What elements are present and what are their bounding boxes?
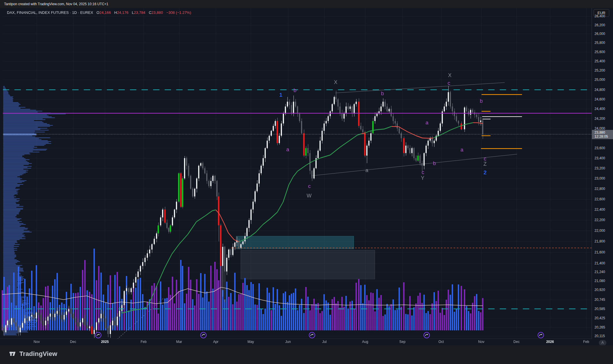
- bar-countdown: 12:28:05: [595, 135, 613, 139]
- open-label: O: [96, 10, 99, 15]
- time-axis-label: Nov: [478, 340, 484, 344]
- wave-label-c[interactable]: c: [448, 80, 450, 86]
- price-axis-label: 25,800: [595, 41, 605, 45]
- open-value: 24,166: [99, 10, 111, 15]
- contract-rollover-icon[interactable]: [200, 332, 207, 338]
- price-axis-label: 22,400: [595, 208, 605, 212]
- wave-label-a[interactable]: a: [460, 147, 463, 153]
- wave-label-a[interactable]: a: [426, 120, 428, 126]
- price-axis[interactable]: EUR 26,40026,20026,00025,80025,60025,400…: [592, 8, 613, 339]
- wave-label-c[interactable]: c: [308, 183, 311, 189]
- attribution-text: Tantipon created with TradingView.com, N…: [4, 2, 108, 6]
- time-axis-label: May: [248, 340, 254, 344]
- time-axis-label: Apr: [213, 340, 219, 344]
- price-axis-label: 23,200: [595, 166, 605, 170]
- time-axis-label: 2026: [546, 340, 554, 344]
- price-axis-label: 21,800: [595, 239, 605, 243]
- price-axis-label: 20,115: [595, 334, 605, 338]
- wave-label-b[interactable]: b: [433, 160, 436, 167]
- high-label: H: [114, 10, 117, 15]
- time-axis-label: Feb: [583, 340, 589, 344]
- contract-rollover-icon[interactable]: [423, 332, 430, 338]
- high-value: 24,176: [117, 10, 129, 15]
- price-axis-label: 26,200: [595, 23, 605, 27]
- price-axis-label: 20,265: [595, 325, 605, 329]
- price-axis-label: 21,600: [595, 250, 605, 254]
- wave-label-a[interactable]: a: [365, 167, 368, 173]
- tradingview-window: Tantipon created with TradingView.com, N…: [0, 0, 613, 364]
- wave-label-1[interactable]: 1: [279, 92, 283, 98]
- wave-label-b[interactable]: b: [480, 98, 483, 104]
- wave-label-c[interactable]: c: [422, 169, 424, 176]
- price-axis-label: 24,200: [595, 117, 605, 121]
- price-axis-label: 22,200: [595, 218, 605, 222]
- price-axis-label: 23,400: [595, 156, 605, 160]
- contract-rollover-icon[interactable]: [309, 332, 315, 338]
- low-label: L: [132, 10, 134, 15]
- time-axis-label: Dec: [513, 340, 519, 344]
- wave-label-X[interactable]: X: [448, 72, 452, 79]
- wave-label-W[interactable]: W: [307, 193, 312, 199]
- price-axis-label: 21,400: [595, 261, 605, 265]
- exchange-label: EUREX: [80, 10, 93, 15]
- low-value: 23,784: [134, 10, 146, 15]
- change-value: −308 (−1.27%): [166, 10, 191, 15]
- price-axis-label: 23,000: [595, 176, 605, 180]
- time-axis[interactable]: NovDec2025FebMarAprMayJunJulAugSepOctNov…: [0, 339, 592, 346]
- price-axis-label: 26,000: [595, 32, 605, 36]
- price-axis-label: 24,400: [595, 107, 605, 111]
- price-axis-label: 21,080: [595, 279, 605, 283]
- time-axis-label: 2025: [101, 340, 109, 344]
- contract-rollover-icon[interactable]: [95, 332, 101, 338]
- price-axis-label: 25,000: [595, 78, 605, 82]
- current-price-badge: 23,880 12:28:05: [592, 130, 613, 139]
- auto-scale-button[interactable]: A: [599, 340, 606, 346]
- time-axis-label: Aug: [362, 340, 368, 344]
- price-axis-label: 20,425: [595, 316, 605, 320]
- price-axis-label: 21,240: [595, 270, 605, 274]
- current-price: 23,880: [595, 130, 613, 135]
- price-axis-label: 24,600: [595, 97, 605, 101]
- price-axis-label: 26,400: [595, 14, 605, 18]
- close-value: 23,880: [151, 10, 163, 15]
- price-axis-label: 22,800: [595, 187, 605, 191]
- price-axis-label: 25,400: [595, 59, 605, 63]
- wave-label-X[interactable]: X: [334, 79, 337, 85]
- chart-area[interactable]: DAX, FINANCIAL, INDEX FUTURES · 1D · EUR…: [0, 8, 613, 345]
- time-axis-label: Sep: [399, 340, 405, 344]
- price-axis-label: 20,745: [595, 298, 605, 302]
- time-axis-label: Mar: [176, 340, 182, 344]
- wave-label-Z[interactable]: Z: [484, 161, 487, 167]
- price-axis-label: 25,600: [595, 50, 605, 54]
- wave-label-b[interactable]: b: [294, 87, 296, 94]
- price-axis-label: 23,600: [595, 146, 605, 150]
- time-axis-label: Jun: [285, 340, 291, 344]
- interval-label[interactable]: 1D: [72, 10, 77, 15]
- wave-label-a[interactable]: a: [286, 147, 289, 153]
- price-axis-label: 24,800: [595, 88, 605, 92]
- price-axis-label: 20,585: [595, 307, 605, 311]
- tradingview-logo-icon: [9, 350, 16, 358]
- price-axis-label: 25,200: [595, 68, 605, 72]
- time-axis-label: Feb: [141, 340, 147, 344]
- symbol-legend[interactable]: DAX, FINANCIAL, INDEX FUTURES · 1D · EUR…: [7, 10, 191, 15]
- contract-rollover-icon[interactable]: [538, 332, 544, 338]
- time-axis-label: Jul: [322, 340, 326, 344]
- price-axis-label: 22,000: [595, 229, 605, 233]
- time-axis-label: Dec: [70, 340, 76, 344]
- wave-label-2[interactable]: 2: [484, 169, 487, 176]
- wave-label-b[interactable]: b: [381, 91, 384, 97]
- price-chart-canvas[interactable]: [0, 8, 613, 345]
- price-axis-label: 20,920: [595, 288, 605, 292]
- tradingview-logo-text: TradingView: [19, 350, 57, 358]
- tradingview-logo[interactable]: TradingView: [9, 350, 57, 358]
- wave-label-Y[interactable]: Y: [421, 175, 424, 181]
- footer-bar: TradingView: [0, 345, 613, 364]
- symbol-title[interactable]: DAX, FINANCIAL, INDEX FUTURES: [7, 10, 69, 15]
- close-label: C: [149, 10, 151, 15]
- time-axis-label: Nov: [34, 340, 40, 344]
- attribution-bar: Tantipon created with TradingView.com, N…: [0, 0, 613, 8]
- time-axis-label: Oct: [439, 340, 444, 344]
- price-axis-label: 22,600: [595, 197, 605, 201]
